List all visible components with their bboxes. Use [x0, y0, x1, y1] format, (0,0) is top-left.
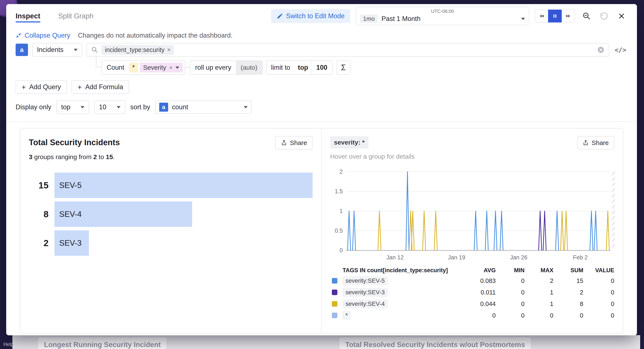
switch-to-edit-mode-button[interactable]: Switch to Edit Mode [271, 9, 350, 23]
background-widget-title: Longest Running Security Incident [44, 341, 161, 348]
series-swatch[interactable] [332, 278, 338, 283]
share-button[interactable]: Share [276, 136, 312, 149]
tab-inspect-label: Inspect [16, 12, 40, 20]
limit-value[interactable]: 100 [311, 61, 332, 74]
group-by-label: Severity [143, 64, 166, 71]
tree-connector [185, 67, 190, 68]
metric-star-chip[interactable]: * [129, 63, 138, 73]
series-swatch[interactable] [332, 301, 338, 307]
close-icon [618, 12, 626, 20]
timeseries-panel-header: severity: * Share [330, 136, 614, 149]
display-count-select[interactable]: 10 [94, 100, 125, 114]
bar-chart-panel: Total Security Incidents Share 3 groups … [20, 129, 322, 333]
add-buttons-row: + Add Query + Add Formula [6, 80, 637, 94]
filter-tag-chip[interactable]: incident_type:security × [102, 45, 174, 55]
data-source-value: Incidents [37, 46, 64, 54]
series-swatch[interactable] [332, 289, 338, 295]
series-swatch[interactable] [332, 313, 338, 318]
rollup-label: roll up every [190, 61, 236, 74]
time-range-selector[interactable]: UTC-06:00 1mo Past 1 Month [356, 7, 529, 25]
filter-tag-label: incident_type:security [105, 46, 164, 54]
zoom-out-icon [582, 12, 591, 20]
share-button[interactable]: Share [577, 136, 614, 149]
zoom-out-button[interactable] [580, 10, 592, 22]
clear-search-icon[interactable] [597, 46, 604, 54]
query-search-input[interactable]: incident_type:security × [86, 43, 609, 57]
add-formula-label: Add Formula [85, 83, 123, 91]
display-count-value: 10 [99, 103, 106, 111]
bar-track: SEV-4 [54, 201, 312, 227]
sort-field-select[interactable]: a count [155, 101, 252, 114]
inspect-modal: Inspect Split Graph Switch to Edit Mode … [6, 4, 637, 335]
bar-row: 2 SEV-3 [29, 230, 312, 256]
series-label[interactable]: severity:SEV-4 [342, 299, 388, 308]
collapse-query-button[interactable]: Collapse Query [16, 32, 70, 39]
cell-max: 0 [524, 312, 554, 319]
sigma-aggregate-button[interactable]: Σ [336, 61, 350, 75]
tree-connector [96, 56, 96, 67]
series-label[interactable]: severity:SEV-3 [342, 288, 388, 297]
query-subheader: Collapse Query Changes do not automatica… [6, 28, 637, 43]
display-mode-select[interactable]: top [56, 100, 89, 114]
aggregation-function[interactable]: Count [102, 61, 129, 74]
screen: Longest Running Security Incident Total … [0, 0, 644, 349]
rewind-button[interactable] [535, 10, 548, 23]
group-by-chip[interactable]: Severity × [140, 63, 183, 73]
widget-title: Total Security Incidents [29, 136, 120, 147]
svg-text:Feb 2: Feb 2 [573, 254, 588, 261]
remove-tag-icon[interactable]: × [167, 47, 170, 53]
timeseries-panel: severity: * Share Hover over a group for… [322, 129, 623, 333]
close-button[interactable] [616, 10, 628, 22]
reset-button[interactable] [598, 10, 610, 22]
remove-group-by-icon[interactable]: × [169, 64, 172, 71]
help-link[interactable]: Help [4, 341, 14, 347]
chevron-down-icon [117, 106, 120, 108]
rollup-value[interactable]: (auto) [236, 61, 262, 74]
fast-forward-button[interactable] [561, 10, 575, 23]
edit-mode-label: Switch to Edit Mode [286, 12, 345, 20]
display-options-row: Display only top 10 sort by a count [6, 100, 637, 114]
groups-summary: 3 groups ranging from 2 to 15. [29, 153, 312, 161]
bar-sev5[interactable]: SEV-5 [54, 173, 312, 198]
background-widget: Longest Running Security Incident [38, 337, 167, 349]
collapse-icon [16, 33, 22, 39]
cell-value: 0 [583, 289, 614, 296]
bar-sev4[interactable]: SEV-4 [54, 201, 192, 227]
series-label[interactable]: severity:SEV-5 [342, 276, 388, 285]
query-editor: a Incidents incident_type:security × [6, 43, 637, 75]
bar-value: 2 [29, 238, 54, 248]
cell-avg: 0.011 [457, 289, 496, 296]
timeseries-chart[interactable]: 00.511.52Jan 12Jan 19Jan 26Feb 2 [330, 167, 614, 263]
rollup-group: roll up every (auto) [190, 61, 262, 75]
cell-sum: 2 [554, 289, 583, 296]
modal-header: Inspect Split Graph Switch to Edit Mode … [6, 4, 637, 28]
tab-split-graph[interactable]: Split Graph [58, 4, 94, 28]
timezone-label: UTC-06:00 [360, 9, 525, 14]
pause-button[interactable] [548, 10, 562, 23]
code-view-button[interactable]: </> [614, 45, 628, 55]
add-formula-button[interactable]: + Add Formula [72, 80, 129, 94]
scope-chip[interactable]: severity: * [330, 136, 368, 149]
cell-avg: 0.083 [457, 277, 496, 284]
bar-sev3[interactable]: SEV-3 [54, 230, 89, 256]
chevron-down-icon [521, 18, 525, 20]
modal-tabs: Inspect Split Graph [16, 4, 94, 28]
share-label: Share [592, 139, 609, 147]
background-widget: Total Resolved Security Incidents w/out … [339, 337, 531, 349]
bar-row: 8 SEV-4 [29, 201, 312, 227]
tab-inspect[interactable]: Inspect [16, 4, 40, 28]
data-source-select[interactable]: Incidents [32, 43, 82, 57]
query-letter-badge: a [16, 44, 28, 56]
aggregation-group: Count * Severity × [102, 61, 185, 75]
dashboard-background: Longest Running Security Incident Total … [12, 335, 640, 349]
series-label[interactable]: * [342, 311, 351, 320]
reset-icon [600, 12, 608, 20]
svg-text:Jan 19: Jan 19 [448, 254, 465, 261]
limit-mode[interactable]: top [295, 61, 311, 74]
display-mode-value: top [61, 103, 70, 111]
share-icon [583, 140, 589, 146]
add-query-button[interactable]: + Add Query [16, 80, 67, 94]
svg-text:0.5: 0.5 [334, 227, 343, 234]
cell-max: 1 [524, 300, 554, 307]
limit-group: limit to top 100 [266, 61, 333, 75]
